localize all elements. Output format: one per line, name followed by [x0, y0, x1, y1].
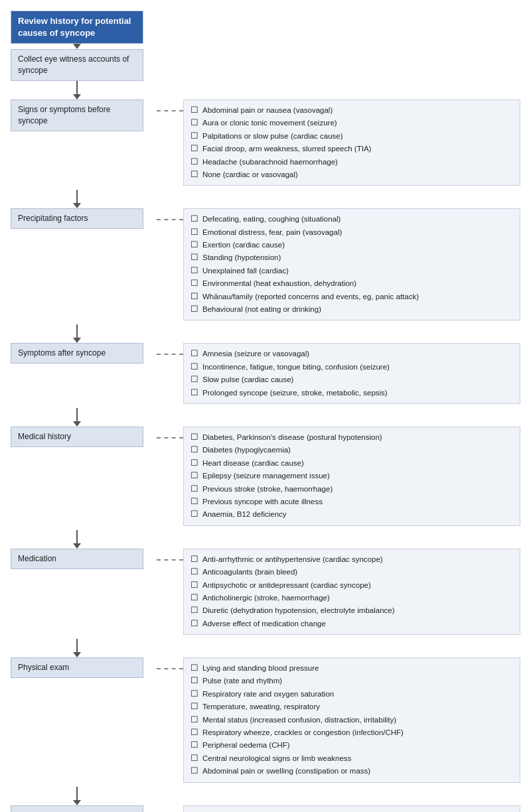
step-precipitating-box: Precipitating factors	[11, 208, 143, 229]
step-physical-right: Lying and standing blood pressure Pulse …	[183, 657, 520, 783]
list-item: Lying and standing blood pressure	[190, 662, 513, 674]
dashed-5	[157, 549, 183, 561]
arrow-row-5	[11, 530, 520, 549]
arrow-6	[11, 639, 143, 657]
list-item: Abdominal pain or nausea (vasovagal)	[190, 104, 513, 116]
step-medical-right: Diabetes, Parkinson's disease (postural …	[183, 427, 520, 526]
list-item: Temperature, sweating, respiratory	[190, 701, 513, 712]
step-collect-row: Collect eye witness accounts of syncope	[11, 49, 520, 81]
list-item: Any abnormalities or test overdue?	[190, 810, 513, 812]
list-item: Behavioural (not eating or drinking)	[190, 303, 513, 315]
arrow-row-6	[11, 639, 520, 657]
arrow-5	[11, 530, 143, 549]
list-item: Aura or clonic tonic movement (seizure)	[190, 117, 513, 129]
step-medication-box: Medication	[11, 549, 143, 569]
step-precipitating-row: Precipitating factors Defecating, eating…	[11, 208, 520, 320]
arrow-row-7	[11, 787, 520, 805]
list-item: Pulse (rate and rhythm)	[190, 675, 513, 687]
list-item: Diuretic (dehydration hypotension, elect…	[190, 604, 513, 616]
list-item: Respiratory rate and oxygen saturation	[190, 688, 513, 700]
list-item: Central neurological signs or limb weakn…	[190, 752, 513, 764]
dashed-3	[157, 343, 183, 355]
list-item: Antipsychotic or antidepressant (cardiac…	[190, 579, 513, 591]
step-lab-box: Review available laboratory tests	[11, 805, 143, 812]
step-signs-row: Signs or symptoms before syncope Abdomin…	[11, 100, 520, 186]
flow-container: Review history for potential causes of s…	[11, 11, 520, 812]
list-item: Environmental (heat exhaustion, dehydrat…	[190, 277, 513, 289]
list-item: Abdominal pain or swelling (constipation…	[190, 765, 513, 777]
dashed-2	[157, 208, 183, 220]
list-item: Amnesia (seizure or vasovagal)	[190, 348, 513, 360]
list-item: Defecating, eating, coughing (situationa…	[190, 213, 513, 225]
dashed-4	[157, 427, 183, 439]
dashed-7	[157, 805, 183, 812]
step-physical-row: Physical exam Lying and standing blood p…	[11, 657, 520, 783]
list-item: Diabetes, Parkinson's disease (postural …	[190, 431, 513, 443]
arrow-row-0	[11, 44, 520, 49]
step-collect-box: Collect eye witness accounts of syncope	[11, 49, 143, 81]
dashed-1	[157, 100, 183, 111]
arrow-7	[11, 787, 143, 805]
list-item: Diabetes (hypoglycaemia)	[190, 444, 513, 456]
arrow-4	[11, 408, 143, 427]
list-item: Respiratory wheeze, crackles or congesti…	[190, 726, 513, 738]
step-medical-box: Medical history	[11, 427, 143, 447]
header-row: Review history for potential causes of s…	[11, 11, 520, 44]
step-medication-right: Anti-arrhythmic or antihypertensive (car…	[183, 549, 520, 635]
arrow-row-2	[11, 190, 520, 208]
step-signs-right: Abdominal pain or nausea (vasovagal) Aur…	[183, 100, 520, 186]
list-item: Slow pulse (cardiac cause)	[190, 373, 513, 385]
list-item: Facial droop, arm weakness, slurred spee…	[190, 143, 513, 155]
list-item: Heart disease (cardiac cause)	[190, 457, 513, 469]
step-symptoms-row: Symptoms after syncope Amnesia (seizure …	[11, 343, 520, 404]
step-medical-row: Medical history Diabetes, Parkinson's di…	[11, 427, 520, 526]
step-precipitating-right: Defecating, eating, coughing (situationa…	[183, 208, 520, 320]
step-signs-box: Signs or symptoms before syncope	[11, 100, 143, 131]
list-item: Previous syncope with acute illness	[190, 496, 513, 508]
list-item: Standing (hypotension)	[190, 251, 513, 263]
list-item: Incontinence, fatigue, tongue biting, co…	[190, 361, 513, 373]
step-lab-row: Review available laboratory tests Any ab…	[11, 805, 520, 812]
list-item: Anticoagulants (brain bleed)	[190, 566, 513, 578]
list-item: None (cardiac or vasovagal)	[190, 169, 513, 180]
arrow-row-3	[11, 324, 520, 343]
step-lab-right: Any abnormalities or test overdue?	[183, 805, 520, 812]
step-symptoms-right: Amnesia (seizure or vasovagal) Incontine…	[183, 343, 520, 404]
step-medication-row: Medication Anti-arrhythmic or antihypert…	[11, 549, 520, 635]
arrow-header	[11, 44, 143, 49]
list-item: Palpitations or slow pulse (cardiac caus…	[190, 130, 513, 142]
list-item: Epilepsy (seizure management issue)	[190, 470, 513, 482]
list-item: Unexplained fall (cardiac)	[190, 265, 513, 277]
step-physical-box: Physical exam	[11, 657, 143, 678]
list-item: Anticholinergic (stroke, haemorrhage)	[190, 592, 513, 604]
arrow-3	[11, 324, 143, 343]
list-item: Peripheral oedema (CHF)	[190, 739, 513, 751]
dashed-6	[157, 657, 183, 669]
arrow-2	[11, 190, 143, 208]
list-item: Exertion (cardiac cause)	[190, 239, 513, 251]
arrow-row-1	[11, 81, 520, 100]
list-item: Previous stroke (stroke, haemorrhage)	[190, 483, 513, 495]
list-item: Emotional distress, fear, pain (vasovaga…	[190, 226, 513, 238]
arrow-1	[11, 81, 143, 100]
step-symptoms-box: Symptoms after syncope	[11, 343, 143, 364]
list-item: Whānau/family (reported concerns and eve…	[190, 291, 513, 303]
list-item: Anaemia, B12 deficiency	[190, 508, 513, 520]
list-item: Anti-arrhythmic or antihypertensive (car…	[190, 553, 513, 565]
list-item: Adverse effect of medication change	[190, 618, 513, 630]
list-item: Mental status (increased confusion, dist…	[190, 714, 513, 726]
arrow-row-4	[11, 408, 520, 427]
list-item: Prolonged syncope (seizure, stroke, meta…	[190, 387, 513, 399]
list-item: Headache (subarachnoid haemorrhage)	[190, 156, 513, 168]
header-left: Review history for potential causes of s…	[11, 11, 157, 44]
header-box: Review history for potential causes of s…	[11, 11, 143, 44]
